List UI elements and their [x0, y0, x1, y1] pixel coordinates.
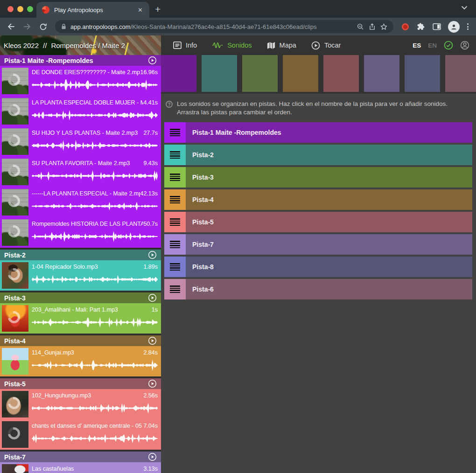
clip-row[interactable]: DE DONDE ERES???????? - Maite 2.mp3 16.9… [0, 66, 161, 96]
track-play-icon[interactable] [148, 452, 157, 461]
track-bar[interactable]: Pista-7 [186, 234, 472, 255]
clip-row[interactable]: Las castañuelas 3.13s [0, 462, 161, 473]
clip-row[interactable]: 203_Amalihani - Mali: Part 1.mp3 1s [0, 303, 161, 334]
clip-waveform[interactable] [32, 230, 158, 243]
track-play-icon[interactable] [148, 293, 157, 302]
browser-menu-kebab-icon[interactable] [464, 23, 471, 30]
clip-waveform[interactable] [32, 273, 158, 285]
track-drag-handle[interactable] [164, 145, 186, 165]
clip-waveform[interactable] [32, 139, 158, 152]
sidebar-track-header[interactable]: Pista-3 [0, 292, 161, 303]
lock-icon[interactable] [61, 23, 67, 30]
track-color-swatch[interactable] [405, 55, 440, 92]
track-bar[interactable]: Pista-8 [186, 257, 472, 277]
tab-mapa[interactable]: Mapa [267, 42, 296, 49]
track-bar[interactable]: Pista-4 [186, 189, 472, 210]
track-color-swatch[interactable] [202, 55, 237, 92]
account-icon[interactable] [460, 41, 469, 50]
track-drag-handle[interactable] [164, 122, 186, 143]
browser-profile-avatar[interactable] [448, 21, 460, 33]
track-drag-handle[interactable] [164, 234, 186, 255]
tab-close-icon[interactable]: ✕ [136, 7, 145, 14]
track-row[interactable]: Pista-1 Maite -Rompemoldes [164, 122, 472, 143]
bookmark-star-icon[interactable] [380, 23, 388, 31]
track-play-icon[interactable] [148, 379, 157, 388]
clip-waveform[interactable] [32, 359, 158, 371]
sidebar-track-header[interactable]: Pista-1 Maite -Rompemoldes [0, 55, 161, 66]
clip-waveform[interactable] [32, 402, 158, 414]
track-bar[interactable]: Pista-5 [186, 212, 472, 232]
track-color-swatch[interactable] [364, 55, 399, 92]
clip-row[interactable]: LA PLANTA ESPECIAL DOBLE MUJER - Mai... … [0, 96, 161, 126]
tab-sonidos[interactable]: Sonidos [212, 42, 252, 49]
sidebar-track-header[interactable]: Pista-4 [0, 335, 161, 346]
clip-row[interactable]: 1-04 Repicador Solo.mp3 1.89s [0, 260, 161, 291]
clip-waveform[interactable] [32, 79, 158, 91]
track-color-swatch[interactable] [445, 55, 476, 92]
back-icon[interactable] [5, 20, 18, 33]
track-bar[interactable]: Pista-2 [186, 145, 472, 165]
track-row[interactable]: Pista-7 [164, 234, 472, 255]
track-color-swatch[interactable] [323, 55, 359, 92]
forward-icon[interactable] [21, 20, 34, 33]
track-drag-handle[interactable] [164, 279, 186, 299]
language-en[interactable]: EN [428, 42, 437, 49]
track-play-icon[interactable] [148, 56, 157, 65]
track-drag-handle[interactable] [164, 257, 186, 277]
clip-waveform[interactable] [32, 109, 158, 121]
track-bar[interactable]: Pista-6 [186, 279, 472, 299]
address-bar[interactable]: app.antropoloops.com/Kleos-Santa-Marina/… [55, 20, 393, 33]
clip-row[interactable]: chants et danses d' amerique centrale - … [0, 419, 161, 450]
track-drag-handle[interactable] [164, 189, 186, 210]
clip-row[interactable]: ------LA PLANNTA ESPECIAL - Maite 2.mp3 … [0, 187, 161, 217]
language-es[interactable]: ES [413, 42, 421, 49]
close-window-button[interactable] [7, 6, 14, 12]
breadcrumb-item[interactable]: Rompemoldes / Maite 2 [51, 42, 125, 49]
tab-info[interactable]: Info [173, 42, 197, 49]
track-bar[interactable]: Pista-3 [186, 167, 472, 188]
side-panel-icon[interactable] [430, 20, 443, 33]
track-drag-handle[interactable] [164, 212, 186, 232]
sidebar-track-header[interactable]: Pista-2 [0, 250, 161, 260]
sidebar-track-header[interactable]: Pista-5 [0, 378, 161, 389]
clip-waveform[interactable] [32, 170, 158, 182]
recording-indicator-icon[interactable] [402, 23, 409, 30]
clip-waveform[interactable] [32, 316, 158, 328]
extensions-puzzle-icon[interactable] [414, 20, 427, 33]
clip-row[interactable]: Rompemoldes HISTORIA DE LAS PLANTAS... 5… [0, 217, 161, 248]
clip-row[interactable]: 114_Gunjai.mp3 2.84s [0, 346, 161, 376]
clip-row[interactable]: 102_Hunguhungu.mp3 2.56s [0, 389, 161, 419]
track-row[interactable]: Pista-3 [164, 167, 472, 188]
share-icon[interactable] [368, 23, 376, 31]
zoom-window-button[interactable] [27, 6, 33, 12]
clip-row[interactable]: SU HIJO Y LAS PLANTAS - Maite 2.mp3 27.7… [0, 126, 161, 157]
reload-icon[interactable] [36, 20, 49, 33]
browser-tab[interactable]: Play Antropoloops ✕ [36, 2, 149, 18]
track-row[interactable]: Pista-4 [164, 189, 472, 210]
clip-waveform[interactable] [32, 432, 158, 445]
track-color-swatch[interactable] [283, 55, 318, 92]
tab-info-label: Info [186, 42, 197, 49]
track-row[interactable]: Pista-2 [164, 145, 472, 165]
url-text[interactable]: app.antropoloops.com/Kleos-Santa-Marina/… [70, 23, 353, 30]
clip-waveform[interactable] [32, 200, 158, 212]
clip-row[interactable]: SU PLANTA FAVORITA - Maite 2.mp3 9.43s [0, 157, 161, 187]
tab-search-chevron-icon[interactable] [461, 6, 468, 10]
breadcrumb-project[interactable]: Kleos 2022 [4, 42, 39, 49]
track-drag-handle[interactable] [164, 167, 186, 188]
minimize-window-button[interactable] [17, 6, 23, 12]
track-row[interactable]: Pista-6 [164, 279, 472, 299]
zoom-page-icon[interactable] [357, 23, 364, 31]
track-color-swatch[interactable] [161, 55, 196, 92]
track-color-swatch[interactable] [242, 55, 278, 92]
track-play-icon[interactable] [148, 250, 157, 259]
track-play-icon[interactable] [148, 336, 157, 345]
track-bar[interactable]: Pista-1 Maite -Rompemoldes [186, 122, 472, 143]
track-row[interactable]: Pista-8 [164, 257, 472, 277]
breadcrumb[interactable]: Kleos 2022 // Rompemoldes / Maite 2 [0, 35, 161, 55]
tab-tocar[interactable]: Tocar [311, 41, 341, 50]
new-tab-button[interactable]: + [155, 3, 161, 16]
sync-check-icon[interactable] [444, 41, 453, 50]
sidebar-track-header[interactable]: Pista-7 [0, 452, 161, 462]
track-row[interactable]: Pista-5 [164, 212, 472, 232]
